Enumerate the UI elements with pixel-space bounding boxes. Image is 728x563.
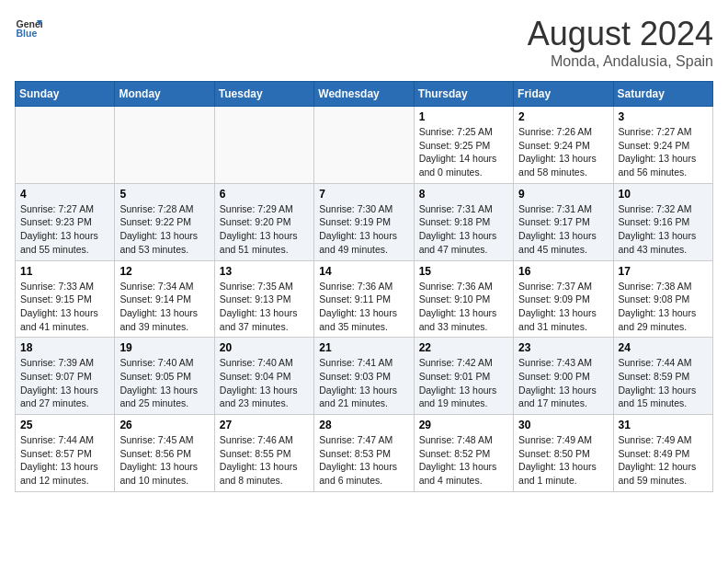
- day-number: 10: [619, 188, 708, 201]
- day-info: Sunrise: 7:40 AMSunset: 9:05 PMDaylight:…: [119, 356, 209, 410]
- calendar-day-cell: 8Sunrise: 7:31 AMSunset: 9:18 PMDaylight…: [414, 183, 513, 260]
- calendar-day-cell: 6Sunrise: 7:29 AMSunset: 9:20 PMDaylight…: [214, 183, 313, 260]
- calendar-day-cell: 30Sunrise: 7:49 AMSunset: 8:50 PMDayligh…: [514, 415, 613, 492]
- calendar-day-cell: [214, 107, 313, 184]
- calendar-body: 1Sunrise: 7:25 AMSunset: 9:25 PMDaylight…: [16, 107, 713, 492]
- day-info: Sunrise: 7:49 AMSunset: 8:50 PMDaylight:…: [518, 433, 608, 488]
- calendar-day-cell: 19Sunrise: 7:40 AMSunset: 9:05 PMDayligh…: [115, 338, 214, 415]
- calendar-day-cell: 26Sunrise: 7:45 AMSunset: 8:56 PMDayligh…: [115, 415, 214, 492]
- day-number: 6: [220, 188, 309, 201]
- calendar-week-row: 25Sunrise: 7:44 AMSunset: 8:57 PMDayligh…: [16, 415, 713, 492]
- svg-text:Blue: Blue: [17, 28, 38, 39]
- calendar-table: SundayMondayTuesdayWednesdayThursdayFrid…: [15, 81, 713, 492]
- day-info: Sunrise: 7:35 AMSunset: 9:13 PMDaylight:…: [220, 280, 309, 334]
- calendar-day-cell: 27Sunrise: 7:46 AMSunset: 8:55 PMDayligh…: [214, 415, 313, 492]
- weekday-header-monday: Monday: [115, 82, 214, 107]
- calendar-day-cell: 18Sunrise: 7:39 AMSunset: 9:07 PMDayligh…: [16, 338, 115, 415]
- day-info: Sunrise: 7:36 AMSunset: 9:10 PMDaylight:…: [419, 280, 508, 334]
- calendar-day-cell: 14Sunrise: 7:36 AMSunset: 9:11 PMDayligh…: [314, 260, 414, 338]
- day-number: 29: [419, 419, 508, 431]
- day-info: Sunrise: 7:42 AMSunset: 9:01 PMDaylight:…: [419, 356, 508, 410]
- day-info: Sunrise: 7:29 AMSunset: 9:20 PMDaylight:…: [220, 202, 309, 257]
- page-header: General Blue August 2024 Monda, Andalusi…: [15, 15, 713, 70]
- day-info: Sunrise: 7:37 AMSunset: 9:09 PMDaylight:…: [518, 280, 608, 334]
- weekday-header-thursday: Thursday: [414, 82, 513, 107]
- day-number: 24: [619, 341, 708, 354]
- calendar-day-cell: 29Sunrise: 7:48 AMSunset: 8:52 PMDayligh…: [414, 415, 513, 492]
- day-number: 13: [220, 265, 309, 278]
- day-number: 26: [119, 419, 209, 431]
- day-info: Sunrise: 7:49 AMSunset: 8:49 PMDaylight:…: [619, 433, 708, 488]
- calendar-day-cell: 11Sunrise: 7:33 AMSunset: 9:15 PMDayligh…: [16, 260, 115, 338]
- day-info: Sunrise: 7:30 AMSunset: 9:19 PMDaylight:…: [319, 202, 408, 257]
- day-number: 1: [419, 110, 508, 123]
- calendar-day-cell: 7Sunrise: 7:30 AMSunset: 9:19 PMDaylight…: [314, 183, 414, 260]
- day-number: 7: [319, 188, 408, 201]
- day-info: Sunrise: 7:25 AMSunset: 9:25 PMDaylight:…: [419, 125, 508, 179]
- calendar-day-cell: 20Sunrise: 7:40 AMSunset: 9:04 PMDayligh…: [214, 338, 313, 415]
- day-info: Sunrise: 7:27 AMSunset: 9:23 PMDaylight:…: [20, 202, 109, 257]
- calendar-day-cell: 12Sunrise: 7:34 AMSunset: 9:14 PMDayligh…: [115, 260, 214, 338]
- day-number: 14: [319, 265, 408, 278]
- calendar-day-cell: 3Sunrise: 7:27 AMSunset: 9:24 PMDaylight…: [613, 107, 712, 184]
- day-info: Sunrise: 7:27 AMSunset: 9:24 PMDaylight:…: [619, 125, 708, 179]
- calendar-day-cell: 24Sunrise: 7:44 AMSunset: 8:59 PMDayligh…: [613, 338, 712, 415]
- day-info: Sunrise: 7:43 AMSunset: 9:00 PMDaylight:…: [518, 356, 608, 410]
- calendar-day-cell: [16, 107, 115, 184]
- day-number: 30: [518, 419, 608, 431]
- day-number: 21: [319, 341, 408, 354]
- day-number: 20: [220, 341, 309, 354]
- day-number: 9: [518, 188, 608, 201]
- calendar-week-row: 11Sunrise: 7:33 AMSunset: 9:15 PMDayligh…: [16, 260, 713, 338]
- day-number: 31: [619, 419, 708, 431]
- calendar-day-cell: 13Sunrise: 7:35 AMSunset: 9:13 PMDayligh…: [214, 260, 313, 338]
- day-info: Sunrise: 7:45 AMSunset: 8:56 PMDaylight:…: [119, 433, 209, 488]
- day-number: 11: [20, 265, 109, 278]
- day-number: 16: [518, 265, 608, 278]
- day-info: Sunrise: 7:46 AMSunset: 8:55 PMDaylight:…: [220, 433, 309, 488]
- weekday-header-sunday: Sunday: [16, 82, 115, 107]
- calendar-day-cell: 21Sunrise: 7:41 AMSunset: 9:03 PMDayligh…: [314, 338, 414, 415]
- day-info: Sunrise: 7:28 AMSunset: 9:22 PMDaylight:…: [119, 202, 209, 257]
- weekday-header-saturday: Saturday: [613, 82, 712, 107]
- day-number: 28: [319, 419, 408, 431]
- day-info: Sunrise: 7:44 AMSunset: 8:57 PMDaylight:…: [20, 433, 109, 488]
- day-number: 27: [220, 419, 309, 431]
- calendar-day-cell: 2Sunrise: 7:26 AMSunset: 9:24 PMDaylight…: [514, 107, 613, 184]
- day-number: 17: [619, 265, 708, 278]
- calendar-day-cell: 9Sunrise: 7:31 AMSunset: 9:17 PMDaylight…: [514, 183, 613, 260]
- calendar-header: SundayMondayTuesdayWednesdayThursdayFrid…: [16, 82, 713, 107]
- day-number: 19: [119, 341, 209, 354]
- title-area: August 2024 Monda, Andalusia, Spain: [528, 15, 713, 70]
- calendar-day-cell: 25Sunrise: 7:44 AMSunset: 8:57 PMDayligh…: [16, 415, 115, 492]
- weekday-header-wednesday: Wednesday: [314, 82, 414, 107]
- calendar-day-cell: 1Sunrise: 7:25 AMSunset: 9:25 PMDaylight…: [414, 107, 513, 184]
- day-info: Sunrise: 7:44 AMSunset: 8:59 PMDaylight:…: [619, 356, 708, 410]
- month-year-title: August 2024: [528, 15, 713, 53]
- day-number: 8: [419, 188, 508, 201]
- day-info: Sunrise: 7:38 AMSunset: 9:08 PMDaylight:…: [619, 280, 708, 334]
- day-number: 12: [119, 265, 209, 278]
- day-number: 3: [619, 110, 708, 123]
- location-subtitle: Monda, Andalusia, Spain: [528, 53, 713, 70]
- calendar-day-cell: [115, 107, 214, 184]
- day-info: Sunrise: 7:40 AMSunset: 9:04 PMDaylight:…: [220, 356, 309, 410]
- day-info: Sunrise: 7:31 AMSunset: 9:17 PMDaylight:…: [518, 202, 608, 257]
- logo: General Blue: [15, 15, 42, 42]
- day-number: 18: [20, 341, 109, 354]
- calendar-day-cell: 28Sunrise: 7:47 AMSunset: 8:53 PMDayligh…: [314, 415, 414, 492]
- day-info: Sunrise: 7:36 AMSunset: 9:11 PMDaylight:…: [319, 280, 408, 334]
- day-info: Sunrise: 7:48 AMSunset: 8:52 PMDaylight:…: [419, 433, 508, 488]
- day-info: Sunrise: 7:41 AMSunset: 9:03 PMDaylight:…: [319, 356, 408, 410]
- calendar-day-cell: 10Sunrise: 7:32 AMSunset: 9:16 PMDayligh…: [613, 183, 712, 260]
- day-number: 15: [419, 265, 508, 278]
- calendar-day-cell: 23Sunrise: 7:43 AMSunset: 9:00 PMDayligh…: [514, 338, 613, 415]
- calendar-week-row: 18Sunrise: 7:39 AMSunset: 9:07 PMDayligh…: [16, 338, 713, 415]
- day-number: 5: [119, 188, 209, 201]
- logo-icon: General Blue: [15, 15, 42, 42]
- calendar-day-cell: 17Sunrise: 7:38 AMSunset: 9:08 PMDayligh…: [613, 260, 712, 338]
- calendar-week-row: 4Sunrise: 7:27 AMSunset: 9:23 PMDaylight…: [16, 183, 713, 260]
- calendar-day-cell: 15Sunrise: 7:36 AMSunset: 9:10 PMDayligh…: [414, 260, 513, 338]
- day-info: Sunrise: 7:31 AMSunset: 9:18 PMDaylight:…: [419, 202, 508, 257]
- weekday-header-friday: Friday: [514, 82, 613, 107]
